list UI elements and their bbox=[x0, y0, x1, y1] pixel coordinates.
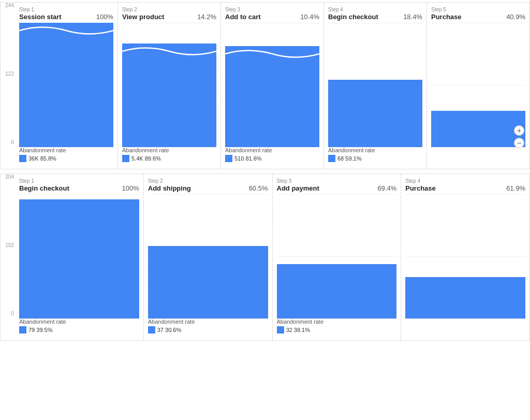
step-pct-3: 69.4% bbox=[377, 184, 396, 192]
y-axis-labels-1: 244 122 0 bbox=[1, 3, 15, 169]
abandonment-value-row-1: 79 39.5% bbox=[19, 326, 139, 334]
y-label-top-1: 244 bbox=[1, 3, 14, 8]
chart-area-1 bbox=[19, 194, 139, 318]
funnel-col-1: Step 1Session start100%Abandonment rate3… bbox=[15, 3, 118, 169]
bar-wrapper-3 bbox=[225, 46, 319, 147]
bar-5 bbox=[431, 111, 525, 147]
funnel2-cols: Step 1Begin checkout100%Abandonment rate… bbox=[15, 174, 529, 340]
abandonment-count-3: 32 38.1% bbox=[286, 327, 310, 333]
abandonment-count-3: 510 81.6% bbox=[234, 155, 262, 162]
step-name-1: Begin checkout bbox=[19, 184, 69, 192]
zoom-controls-1: + − bbox=[514, 125, 524, 148]
step-label-3: Step 3 bbox=[277, 178, 397, 184]
bar-wrapper-1 bbox=[19, 23, 113, 147]
step-header-3: Add to cart10.4% bbox=[225, 13, 319, 21]
funnel1-cols: Step 1Session start100%Abandonment rate3… bbox=[15, 3, 529, 169]
legend-box-1 bbox=[19, 155, 26, 162]
abandonment-label-2: Abandonment rate bbox=[148, 318, 266, 325]
legend-box-3 bbox=[277, 326, 284, 334]
legend-box-1 bbox=[19, 326, 26, 334]
funnel-col-3: Step 3Add payment69.4%Abandonment rate32… bbox=[273, 174, 402, 340]
step-label-1: Step 1 bbox=[19, 7, 113, 12]
abandonment-row-2: Abandonment rate37 30.6% bbox=[148, 318, 268, 334]
step-header-1: Begin checkout100% bbox=[19, 184, 139, 192]
funnel-col-4: Step 4Purchase61.9% bbox=[401, 174, 529, 340]
bar-wrapper-3 bbox=[277, 264, 397, 318]
abandonment-count-2: 5.4K 89.6% bbox=[131, 155, 161, 162]
step-pct-1: 100% bbox=[96, 13, 113, 21]
funnel-col-3: Step 3Add to cart10.4%Abandonment rate51… bbox=[221, 3, 324, 169]
step-name-2: View product bbox=[122, 13, 164, 21]
y-label-bot-2: 0 bbox=[1, 311, 14, 316]
funnel-col-2: Step 2View product14.2%Abandonment rate5… bbox=[118, 3, 221, 169]
funnel-col-1: Step 1Begin checkout100%Abandonment rate… bbox=[15, 174, 144, 340]
step-pct-1: 100% bbox=[122, 184, 139, 192]
bar-4 bbox=[328, 80, 422, 147]
abandonment-label-2: Abandonment rate bbox=[122, 147, 214, 153]
step-header-4: Begin checkout18.4% bbox=[328, 13, 422, 21]
abandonment-row-1: Abandonment rate79 39.5% bbox=[19, 318, 139, 334]
step-pct-4: 18.4% bbox=[403, 13, 422, 21]
bar-3 bbox=[225, 46, 319, 147]
step-header-2: Add shipping60.5% bbox=[148, 184, 268, 192]
chart-area-2 bbox=[122, 23, 216, 147]
chart-area-2 bbox=[148, 194, 268, 318]
y-label-top-2: 204 bbox=[1, 174, 14, 180]
abandonment-row-3: Abandonment rate510 81.6% bbox=[225, 147, 319, 162]
chart-area-4 bbox=[405, 194, 525, 318]
y-axis-labels-2: 204 102 0 bbox=[1, 174, 15, 340]
step-pct-5: 40.9% bbox=[506, 13, 525, 21]
step-pct-4: 61.9% bbox=[506, 184, 525, 192]
bar-3 bbox=[277, 264, 397, 318]
step-label-3: Step 3 bbox=[225, 7, 319, 12]
step-name-4: Purchase bbox=[405, 184, 436, 192]
step-pct-3: 10.4% bbox=[300, 13, 319, 21]
step-label-4: Step 4 bbox=[405, 178, 525, 184]
step-label-5: Step 5 bbox=[431, 7, 525, 12]
step-name-3: Add to cart bbox=[225, 13, 261, 21]
abandonment-count-4: 68 59.1% bbox=[337, 155, 361, 162]
step-pct-2: 14.2% bbox=[197, 13, 216, 21]
abandonment-value-row-3: 32 38.1% bbox=[277, 326, 397, 334]
step-name-4: Begin checkout bbox=[328, 13, 378, 21]
legend-box-3 bbox=[225, 155, 232, 162]
abandonment-label-4: Abandonment rate bbox=[328, 147, 420, 153]
bar-wrapper-5 bbox=[431, 111, 525, 147]
abandonment-count-2: 37 30.6% bbox=[157, 327, 181, 333]
step-header-4: Purchase61.9% bbox=[405, 184, 525, 192]
step-label-2: Step 2 bbox=[122, 7, 216, 12]
abandonment-label-1: Abandonment rate bbox=[19, 318, 137, 325]
abandonment-row-3: Abandonment rate32 38.1% bbox=[277, 318, 397, 334]
step-header-3: Add payment69.4% bbox=[277, 184, 397, 192]
step-name-3: Add payment bbox=[277, 184, 319, 192]
step-header-2: View product14.2% bbox=[122, 13, 216, 21]
y-label-mid-1: 122 bbox=[1, 71, 14, 77]
abandonment-count-1: 79 39.5% bbox=[28, 327, 52, 333]
zoom-out-button[interactable]: − bbox=[514, 138, 524, 148]
funnel-col-4: Step 4Begin checkout18.4%Abandonment rat… bbox=[324, 3, 427, 169]
abandonment-row-2: Abandonment rate5.4K 89.6% bbox=[122, 147, 216, 162]
y-label-bot-1: 0 bbox=[1, 139, 14, 145]
funnel-1: 244 122 0 Step 1Session start100%Abandon… bbox=[0, 2, 530, 169]
abandonment-count-1: 36K 85.8% bbox=[28, 155, 56, 162]
step-label-1: Step 1 bbox=[19, 178, 139, 184]
chart-area-1 bbox=[19, 23, 113, 147]
bar-wrapper-2 bbox=[148, 246, 268, 318]
step-label-4: Step 4 bbox=[328, 7, 422, 12]
abandonment-row-1: Abandonment rate36K 85.8% bbox=[19, 147, 113, 162]
bar-1 bbox=[19, 199, 139, 318]
bar-4 bbox=[405, 277, 525, 318]
step-name-2: Add shipping bbox=[148, 184, 191, 192]
bar-2 bbox=[122, 44, 216, 147]
bar-2 bbox=[148, 246, 268, 318]
abandonment-value-row-3: 510 81.6% bbox=[225, 155, 319, 162]
legend-box-2 bbox=[148, 326, 155, 334]
abandonment-value-row-4: 68 59.1% bbox=[328, 155, 422, 162]
zoom-in-button[interactable]: + bbox=[514, 125, 524, 136]
bar-wrapper-4 bbox=[405, 277, 525, 318]
abandonment-label-3: Abandonment rate bbox=[277, 318, 395, 325]
chart-area-4 bbox=[328, 23, 422, 147]
chart-area-5 bbox=[431, 23, 525, 147]
step-header-1: Session start100% bbox=[19, 13, 113, 21]
step-name-5: Purchase bbox=[431, 13, 462, 21]
